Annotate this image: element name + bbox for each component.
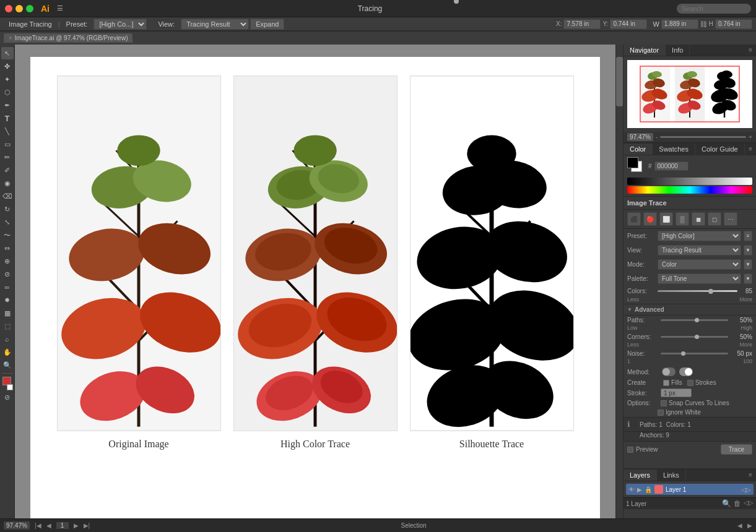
corners-slider[interactable]: [661, 336, 728, 338]
tab-color-guide[interactable]: Color Guide: [695, 144, 745, 155]
preview-checkbox[interactable]: [627, 447, 633, 453]
eraser-tool[interactable]: ⌫: [1, 190, 14, 202]
preset-options-btn[interactable]: ≡: [744, 231, 752, 241]
minimize-button[interactable]: [15, 5, 23, 12]
auto-color-btn[interactable]: ⬛: [627, 212, 641, 226]
layer-lock-icon[interactable]: 🔒: [645, 486, 652, 493]
snap-checkbox[interactable]: [661, 400, 667, 406]
page-input[interactable]: [56, 522, 69, 529]
grayscale-btn[interactable]: ▒: [676, 212, 689, 226]
ignore-checkbox[interactable]: [658, 410, 664, 416]
warp-tool[interactable]: 〜: [1, 229, 14, 241]
type-tool[interactable]: T: [1, 112, 14, 124]
palette-dropdown[interactable]: Full Tone: [658, 273, 741, 284]
color-rainbow-bar[interactable]: [627, 186, 752, 194]
mode-options-btn[interactable]: ▼: [744, 259, 752, 270]
h-input[interactable]: [715, 19, 752, 29]
layer-visibility-icon[interactable]: 👁: [628, 486, 635, 493]
artboard-prev-btn[interactable]: ◀: [737, 522, 742, 529]
magic-wand-tool[interactable]: ✦: [1, 73, 14, 85]
preset-dropdown[interactable]: [High Co...]: [93, 19, 147, 30]
status-zoom[interactable]: 97.47%: [4, 521, 30, 530]
lasso-tool[interactable]: ⬡: [1, 86, 14, 98]
zoom-in-btn[interactable]: +: [749, 134, 752, 140]
view-options-btn[interactable]: ▼: [744, 245, 752, 255]
fill-color-swatch[interactable]: [1, 375, 14, 390]
expand-button[interactable]: Expand: [250, 19, 284, 30]
trace-button[interactable]: Trace: [721, 444, 752, 455]
tab-layers[interactable]: Layers: [623, 470, 657, 481]
prev-btn[interactable]: ◀: [46, 522, 51, 529]
foreground-swatch[interactable]: [627, 157, 638, 168]
zoom-tool[interactable]: 🔍: [1, 359, 14, 371]
method-toggle-2[interactable]: [679, 367, 693, 376]
rotate-tool[interactable]: ↻: [1, 203, 14, 215]
maximize-button[interactable]: [26, 5, 33, 12]
color-panel-close[interactable]: ≡: [745, 144, 756, 155]
color-gradient-bar[interactable]: [627, 178, 752, 185]
tab-info[interactable]: Info: [666, 45, 690, 56]
zoom-out-btn[interactable]: -: [656, 134, 658, 140]
shape-builder-tool[interactable]: ⊕: [1, 255, 14, 267]
width-tool[interactable]: ⇔: [1, 242, 14, 254]
pencil-tool[interactable]: ✐: [1, 164, 14, 176]
canvas-scrollbar[interactable]: [615, 45, 623, 518]
blend-tool[interactable]: ∞: [1, 281, 14, 293]
line-tool[interactable]: ╲: [1, 125, 14, 137]
strokes-checkbox[interactable]: [687, 380, 693, 386]
delete-layer-icon[interactable]: 🗑: [734, 499, 741, 508]
outline-btn[interactable]: ◻: [708, 212, 721, 226]
w-input[interactable]: [661, 19, 698, 29]
stroke-input[interactable]: [661, 388, 692, 397]
colors-slider[interactable]: [658, 290, 737, 292]
x-input[interactable]: [563, 19, 601, 29]
tab-color[interactable]: Color: [623, 144, 653, 155]
document-tab[interactable]: × ImageTrace.ai @ 97.47% (RGB/Preview): [4, 33, 133, 43]
preset-trace-dropdown[interactable]: [High Color]: [658, 231, 741, 241]
direct-selection-tool[interactable]: ✤: [1, 60, 14, 72]
advanced-header[interactable]: ▼ Advanced: [623, 304, 756, 315]
method-toggle-1[interactable]: [662, 367, 676, 376]
tab-close[interactable]: ×: [9, 35, 12, 41]
scale-tool[interactable]: ⤡: [1, 216, 14, 228]
layer-options-icon[interactable]: ◁▷: [744, 499, 754, 508]
noise-slider[interactable]: [661, 353, 728, 354]
layers-panel-close[interactable]: ≡: [745, 470, 756, 481]
tab-navigator[interactable]: Navigator: [623, 45, 666, 56]
next-page-btn[interactable]: ▶|: [84, 522, 90, 529]
menu-image-tracing[interactable]: Image Tracing: [4, 19, 57, 29]
bw-btn[interactable]: ◼: [692, 212, 705, 226]
low-color-btn[interactable]: ⬜: [659, 212, 673, 226]
fills-checkbox[interactable]: [663, 380, 669, 386]
paintbrush-tool[interactable]: ✏: [1, 151, 14, 163]
artboard-tool[interactable]: ⬚: [1, 320, 14, 332]
palette-options-btn[interactable]: ▼: [744, 273, 752, 284]
blob-brush-tool[interactable]: ◉: [1, 177, 14, 189]
prev-page-btn[interactable]: |◀: [35, 522, 41, 529]
close-button[interactable]: [5, 5, 12, 12]
zoom-slider[interactable]: [660, 136, 746, 138]
menu-icon[interactable]: ☰: [57, 4, 63, 12]
stroke-none[interactable]: ⊘: [1, 391, 14, 403]
layer-expand-icon[interactable]: ▶: [637, 486, 642, 493]
view-dropdown[interactable]: Tracing Result: [181, 19, 249, 30]
tab-swatches[interactable]: Swatches: [653, 144, 695, 155]
y-input[interactable]: [610, 19, 647, 29]
artboard-next-btn[interactable]: ▶: [747, 522, 752, 529]
hand-tool[interactable]: ✋: [1, 346, 14, 358]
tab-links[interactable]: Links: [657, 470, 686, 481]
paths-slider[interactable]: [661, 319, 728, 321]
navigator-panel-close[interactable]: ≡: [745, 45, 756, 56]
more-options-btn[interactable]: ⋯: [724, 212, 737, 226]
high-color-btn[interactable]: 🔴: [643, 212, 657, 226]
eyedropper-tool[interactable]: ⊘: [1, 268, 14, 280]
next-btn[interactable]: ▶: [74, 522, 79, 529]
selection-tool[interactable]: ↖: [1, 47, 14, 59]
mode-dropdown[interactable]: Color: [658, 259, 741, 270]
color-hex-input[interactable]: [654, 161, 689, 171]
new-layer-icon[interactable]: 🔍: [722, 499, 731, 508]
symbol-tool[interactable]: ✸: [1, 294, 14, 306]
view-trace-dropdown[interactable]: Tracing Result: [658, 245, 741, 255]
column-graph-tool[interactable]: ▦: [1, 307, 14, 319]
scroll-thumb[interactable]: [616, 57, 623, 106]
